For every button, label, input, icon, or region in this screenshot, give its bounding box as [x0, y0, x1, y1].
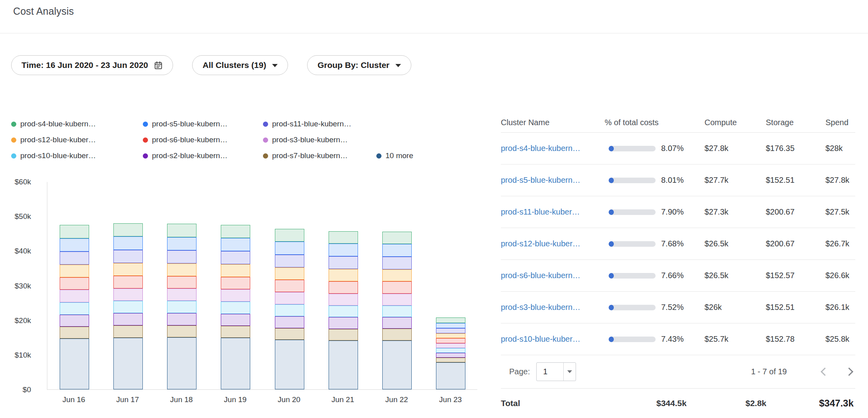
- bar-segment[interactable]: [221, 326, 250, 338]
- page-select[interactable]: 1: [536, 362, 576, 381]
- bar-segment[interactable]: [329, 244, 358, 256]
- bar-segment[interactable]: [167, 313, 197, 325]
- bar-segment[interactable]: [436, 343, 465, 348]
- bar-segment[interactable]: [60, 265, 89, 277]
- bar-segment[interactable]: [113, 276, 143, 288]
- bar-segment[interactable]: [275, 267, 304, 280]
- bar-segment[interactable]: [382, 232, 412, 244]
- bar-segment[interactable]: [167, 250, 197, 263]
- bar-segment[interactable]: [60, 252, 89, 265]
- bar-segment[interactable]: [275, 316, 304, 328]
- bar-segment[interactable]: [167, 337, 197, 389]
- bar-segment[interactable]: [329, 281, 358, 294]
- bar-segment[interactable]: [329, 306, 358, 317]
- group-by-filter[interactable]: Group By: Cluster: [307, 55, 411, 75]
- bar-segment[interactable]: [382, 329, 412, 340]
- bar-segment[interactable]: [329, 294, 358, 306]
- bar-segment[interactable]: [275, 304, 304, 316]
- bar-segment[interactable]: [113, 338, 143, 389]
- bar-segment[interactable]: [436, 328, 465, 333]
- bar-segment[interactable]: [275, 255, 304, 267]
- bar-segment[interactable]: [221, 338, 250, 389]
- bar-segment[interactable]: [436, 358, 465, 362]
- previous-page-icon[interactable]: [821, 368, 829, 376]
- bar-segment[interactable]: [113, 313, 143, 325]
- cluster-name-link[interactable]: prod-s5-blue-kubern…: [501, 176, 580, 184]
- bar-segment[interactable]: [60, 277, 89, 290]
- bar-segment[interactable]: [60, 339, 89, 389]
- cluster-name-link[interactable]: prod-s6-blue-kubern…: [501, 271, 580, 280]
- bar-segment[interactable]: [221, 302, 250, 314]
- bar-segment[interactable]: [436, 362, 465, 389]
- bar-segment[interactable]: [113, 325, 143, 338]
- bar-segment[interactable]: [382, 269, 412, 282]
- bar-segment[interactable]: [113, 288, 143, 301]
- bar-segment[interactable]: [329, 256, 358, 269]
- legend-item[interactable]: prod-s5-blue-kubern…: [143, 120, 263, 128]
- bar-segment[interactable]: [275, 242, 304, 254]
- bar-segment[interactable]: [167, 224, 197, 237]
- bar-segment[interactable]: [382, 317, 412, 329]
- bar-segment[interactable]: [221, 314, 250, 326]
- bar-segment[interactable]: [382, 244, 412, 257]
- bar-segment[interactable]: [275, 280, 304, 292]
- bar-segment[interactable]: [275, 340, 304, 389]
- legend-item[interactable]: prod-s2-blue-kubern…: [143, 151, 263, 160]
- cluster-name-link[interactable]: prod-s11-blue-kuber…: [501, 207, 580, 216]
- bar-segment[interactable]: [167, 301, 197, 313]
- bar-segment[interactable]: [275, 229, 304, 242]
- bar-segment[interactable]: [329, 341, 358, 389]
- bar-segment[interactable]: [329, 269, 358, 281]
- cluster-name-link[interactable]: prod-s12-blue-kuber…: [501, 239, 580, 248]
- legend-item[interactable]: prod-s7-blue-kubern…: [263, 151, 376, 160]
- legend-item[interactable]: 10 more: [376, 151, 413, 160]
- bar-segment[interactable]: [167, 325, 197, 337]
- bar-segment[interactable]: [60, 290, 89, 302]
- bar-segment[interactable]: [60, 327, 89, 339]
- legend-item[interactable]: prod-s6-blue-kubern…: [143, 135, 263, 144]
- bar-segment[interactable]: [60, 302, 89, 315]
- next-page-icon[interactable]: [845, 368, 853, 376]
- bar-segment[interactable]: [113, 223, 143, 237]
- bar-segment[interactable]: [221, 225, 250, 238]
- legend-item[interactable]: prod-s11-blue-kubern…: [263, 120, 376, 128]
- bar-segment[interactable]: [221, 251, 250, 264]
- bar-segment[interactable]: [113, 250, 143, 263]
- bar-segment[interactable]: [382, 306, 412, 317]
- bar-segment[interactable]: [167, 288, 197, 301]
- bar-segment[interactable]: [113, 236, 143, 250]
- bar-segment[interactable]: [436, 338, 465, 343]
- cluster-name-link[interactable]: prod-s10-blue-kuber…: [501, 335, 580, 343]
- bar-segment[interactable]: [329, 231, 358, 244]
- legend-item[interactable]: prod-s3-blue-kubern…: [263, 135, 376, 144]
- bar-segment[interactable]: [329, 329, 358, 341]
- clusters-filter[interactable]: All Clusters (19): [192, 55, 288, 75]
- bar-segment[interactable]: [382, 294, 412, 306]
- bar-segment[interactable]: [382, 257, 412, 269]
- legend-item[interactable]: prod-s10-blue-kuber…: [11, 151, 143, 160]
- bar-segment[interactable]: [382, 281, 412, 294]
- bar-segment[interactable]: [436, 323, 465, 329]
- bar-segment[interactable]: [329, 317, 358, 329]
- legend-item[interactable]: prod-s12-blue-kuber…: [11, 135, 143, 144]
- bar-segment[interactable]: [221, 264, 250, 277]
- bar-segment[interactable]: [113, 301, 143, 313]
- cluster-name-link[interactable]: prod-s4-blue-kubern…: [501, 144, 580, 153]
- bar-segment[interactable]: [436, 353, 465, 358]
- bar-segment[interactable]: [167, 276, 197, 289]
- bar-segment[interactable]: [221, 289, 250, 302]
- cluster-name-link[interactable]: prod-s3-blue-kubern…: [501, 303, 580, 312]
- bar-segment[interactable]: [167, 237, 197, 250]
- bar-segment[interactable]: [113, 263, 143, 276]
- legend-item[interactable]: prod-s4-blue-kubern…: [11, 120, 143, 128]
- bar-segment[interactable]: [167, 263, 197, 276]
- bar-segment[interactable]: [60, 225, 89, 238]
- time-range-filter[interactable]: Time: 16 Jun 2020 - 23 Jun 2020: [11, 55, 173, 75]
- bar-segment[interactable]: [221, 277, 250, 289]
- bar-segment[interactable]: [436, 348, 465, 353]
- bar-segment[interactable]: [436, 317, 465, 323]
- bar-segment[interactable]: [60, 315, 89, 327]
- bar-segment[interactable]: [436, 333, 465, 338]
- bar-segment[interactable]: [275, 328, 304, 340]
- bar-segment[interactable]: [221, 238, 250, 251]
